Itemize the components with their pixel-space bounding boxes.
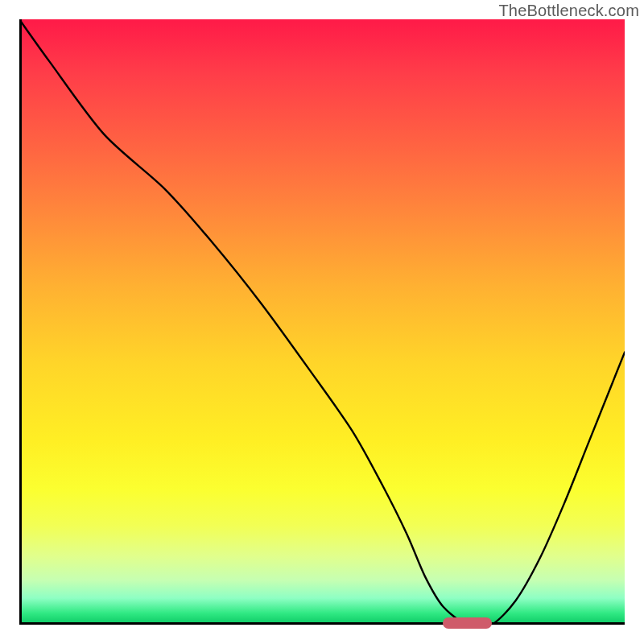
optimal-range-marker (443, 617, 491, 629)
watermark-text: TheBottleneck.com (498, 2, 639, 20)
chart-container: TheBottleneck.com (0, 0, 644, 644)
plot-area (19, 19, 625, 625)
